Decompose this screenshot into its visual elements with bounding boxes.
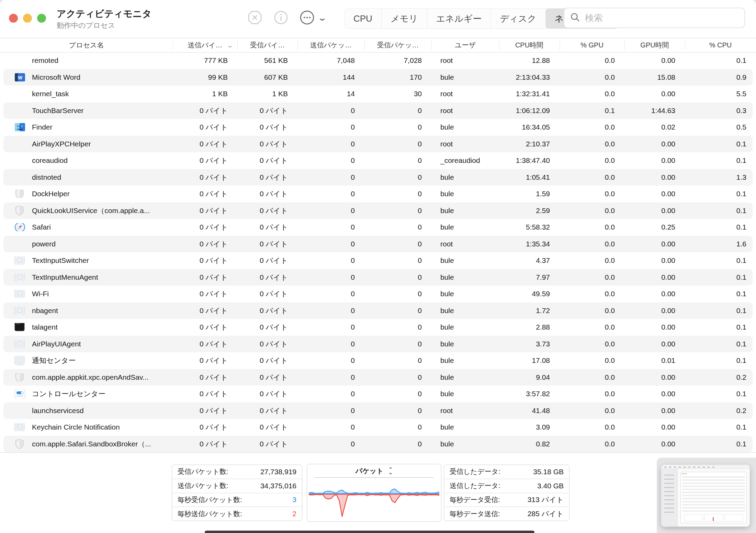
cell-name: remoted bbox=[0, 56, 173, 65]
cell-name: AirPlayXPCHelper bbox=[0, 140, 173, 148]
inspect-process-button[interactable] bbox=[273, 10, 289, 26]
cell-user: root bbox=[431, 240, 499, 248]
cell-gpu_time: 0.00 bbox=[624, 156, 685, 165]
cell-cpu_pct: 0.1 bbox=[685, 307, 756, 315]
table-row[interactable]: AirPlayUIAgent0 バイト0 バイト00bule3.730.00.0… bbox=[0, 336, 756, 353]
column-header-label: ユーザ bbox=[455, 41, 476, 50]
cell-name: nbagent bbox=[0, 307, 173, 315]
packet-stat-row: 毎秒受信パケット数:3 bbox=[172, 493, 302, 507]
tab-memory[interactable]: メモリ bbox=[382, 9, 427, 29]
table-row[interactable]: AirPlayXPCHelper0 バイト0 バイト00root2:10.370… bbox=[0, 136, 756, 153]
table-row[interactable]: TextInputMenuAgent0 バイト0 バイト00bule7.970.… bbox=[0, 269, 756, 286]
column-header-recv_bytes[interactable]: 受信バイ… bbox=[237, 38, 297, 52]
cell-recv_pkts: 0 bbox=[364, 207, 431, 215]
cell-user: bule bbox=[431, 423, 499, 431]
graph-separator bbox=[315, 477, 433, 478]
process-table: remoted777 KB561 KB7,0487,028root12.880.… bbox=[0, 52, 756, 452]
column-header-gpu_pct[interactable]: % GPU bbox=[560, 38, 624, 52]
process-name: TouchBarServer bbox=[32, 107, 84, 114]
table-row[interactable]: Safari0 バイト0 バイト00bule5:58.320.00.250.1 bbox=[0, 219, 756, 236]
cell-recv_bytes: 0 バイト bbox=[237, 356, 297, 365]
minimize-window-button[interactable] bbox=[23, 14, 32, 23]
column-header-sent_pkts[interactable]: 送信パケッ… bbox=[297, 38, 364, 52]
screenshot-thumbnail[interactable] bbox=[662, 465, 749, 526]
zoom-window-button[interactable] bbox=[37, 14, 46, 23]
table-row[interactable]: coreaudiod0 バイト0 バイト00_coreaudiod1:38:47… bbox=[0, 152, 756, 169]
table-header: プロセス名送信バイ…⌄受信バイ…送信パケッ…受信パケッ…ユーザCPU時間% GP… bbox=[0, 38, 756, 53]
cell-cpu_time: 2.88 bbox=[499, 323, 560, 331]
cell-sent_pkts: 0 bbox=[297, 107, 364, 115]
packet-stat-label: 毎秒受信パケット数: bbox=[178, 495, 242, 504]
column-header-cpu_time[interactable]: CPU時間 bbox=[499, 38, 560, 52]
table-row[interactable]: TouchBarServer0 バイト0 バイト00root1:06:12.09… bbox=[0, 102, 756, 119]
column-header-name[interactable]: プロセス名 bbox=[0, 38, 173, 52]
cell-cpu_pct: 0.2 bbox=[685, 373, 756, 381]
chevron-down-icon[interactable]: ⌄ bbox=[317, 13, 327, 23]
cell-gpu_time: 0.00 bbox=[624, 273, 685, 281]
cell-recv_pkts: 0 bbox=[364, 290, 431, 298]
cell-gpu_time: 0.00 bbox=[624, 90, 685, 98]
cell-name: TouchBarServer bbox=[0, 107, 173, 115]
tab-disk[interactable]: ディスク bbox=[491, 9, 545, 29]
cell-gpu_time: 0.00 bbox=[624, 173, 685, 181]
tab-energy[interactable]: エネルギー bbox=[427, 9, 491, 29]
cell-recv_pkts: 0 bbox=[364, 107, 431, 115]
cell-name: Finder bbox=[0, 123, 173, 131]
column-header-gpu_time[interactable]: GPU時間 bbox=[624, 38, 685, 52]
table-row[interactable]: nbagent0 バイト0 バイト00bule1.720.00.000.1 bbox=[0, 302, 756, 319]
table-row[interactable]: Finder0 バイト0 バイト00bule16:34.050.00.020.5 bbox=[0, 119, 756, 136]
more-options-button[interactable] bbox=[299, 10, 315, 26]
cell-sent_pkts: 0 bbox=[297, 290, 364, 298]
column-header-sent_bytes[interactable]: 送信バイ…⌄ bbox=[173, 38, 237, 52]
column-header-user[interactable]: ユーザ bbox=[431, 38, 499, 52]
data-stats-box: 受信したデータ:35.18 GB送信したデータ:3.40 GB毎秒データ受信:3… bbox=[444, 465, 569, 521]
table-row[interactable]: talagent0 バイト0 バイト00bule2.880.00.000.1 bbox=[0, 319, 756, 336]
cell-cpu_pct: 0.1 bbox=[685, 190, 756, 198]
data-stat-label: 毎秒データ送信: bbox=[450, 509, 500, 519]
column-header-recv_pkts[interactable]: 受信パケッ… bbox=[364, 38, 431, 52]
close-window-button[interactable] bbox=[9, 14, 18, 23]
cell-cpu_time: 1:05.41 bbox=[499, 173, 560, 181]
table-row[interactable]: Wi-Fi0 バイト0 バイト00bule49.590.00.000.1 bbox=[0, 286, 756, 302]
table-row[interactable]: kernel_task1 KB1 KB1430root1:32:31.410.0… bbox=[0, 86, 756, 102]
table-row[interactable]: TextInputSwitcher0 バイト0 バイト00bule4.370.0… bbox=[0, 252, 756, 269]
cell-cpu_pct: 0.3 bbox=[685, 107, 756, 115]
table-row[interactable]: QuickLookUIService（com.apple.a...0 バイト0 … bbox=[0, 202, 756, 219]
cell-sent_pkts: 0 bbox=[297, 207, 364, 215]
table-row[interactable]: DockHelper0 バイト0 バイト00bule1.590.00.000.1 bbox=[0, 186, 756, 202]
packet-stat-row: 受信パケット数:27,738,919 bbox=[172, 465, 302, 479]
quit-process-button[interactable] bbox=[247, 10, 263, 26]
table-row[interactable]: remoted777 KB561 KB7,0487,028root12.880.… bbox=[0, 52, 756, 69]
search-field[interactable] bbox=[564, 8, 745, 28]
table-row[interactable]: 通知センター0 バイト0 バイト00bule17.080.00.010.1 bbox=[0, 352, 756, 369]
cell-gpu_pct: 0.0 bbox=[560, 356, 624, 365]
table-row[interactable]: launchservicesd0 バイト0 バイト00root41.480.00… bbox=[0, 402, 756, 419]
table-row[interactable]: distnoted0 バイト0 バイト00bule1:05.410.00.001… bbox=[0, 169, 756, 186]
table-row[interactable]: powerd0 バイト0 バイト00root1:35.340.00.001.6 bbox=[0, 236, 756, 253]
cell-cpu_pct: 0.1 bbox=[685, 140, 756, 148]
cell-cpu_time: 5:58.32 bbox=[499, 223, 560, 231]
cell-gpu_pct: 0.0 bbox=[560, 423, 624, 431]
terminal-app-icon bbox=[14, 323, 25, 331]
generic-app-icon bbox=[14, 273, 25, 281]
column-header-cpu_pct[interactable]: % CPU bbox=[685, 38, 756, 52]
cell-user: bule bbox=[431, 207, 499, 215]
mini-traffic-lights bbox=[682, 473, 687, 474]
graph-type-dropdown[interactable]: パケット ⌃⌄ bbox=[307, 464, 441, 477]
column-header-label: 送信パケッ… bbox=[310, 41, 352, 50]
search-input[interactable] bbox=[584, 12, 739, 24]
cell-cpu_time: 1:32:31.41 bbox=[499, 90, 560, 98]
table-row[interactable]: コントロールセンター0 バイト0 バイト00bule3:57.820.00.00… bbox=[0, 386, 756, 402]
cell-gpu_pct: 0.0 bbox=[560, 207, 624, 215]
cell-cpu_pct: 0.9 bbox=[685, 73, 756, 81]
cell-sent_pkts: 0 bbox=[297, 407, 364, 415]
tab-cpu[interactable]: CPU bbox=[345, 9, 382, 29]
cell-sent_pkts: 7,048 bbox=[297, 56, 364, 65]
table-row[interactable]: com.apple.Safari.SandboxBroker（...0 バイト0… bbox=[0, 436, 756, 453]
cell-sent_bytes: 0 バイト bbox=[173, 289, 237, 299]
cell-gpu_pct: 0.0 bbox=[560, 190, 624, 198]
cell-gpu_pct: 0.0 bbox=[560, 173, 624, 181]
table-row[interactable]: WMicrosoft Word99 KB607 KB144170bule2:13… bbox=[0, 69, 756, 86]
table-row[interactable]: com.apple.appkit.xpc.openAndSav...0 バイト0… bbox=[0, 369, 756, 386]
table-row[interactable]: Keychain Circle Notification0 バイト0 バイト00… bbox=[0, 419, 756, 436]
